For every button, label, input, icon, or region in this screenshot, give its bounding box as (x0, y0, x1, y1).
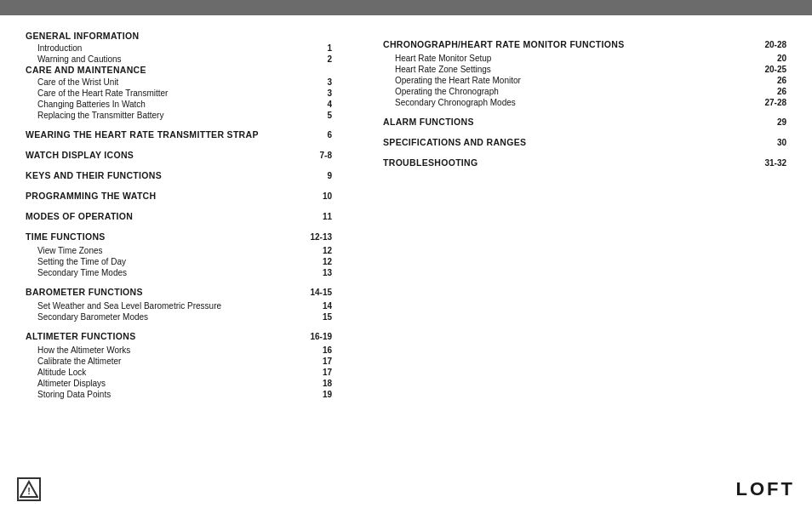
section-header-alarm-functions: ALARM FUNCTIONS (383, 117, 474, 127)
toc-row-altimeter-functions-2: Altitude Lock17 (26, 367, 332, 378)
section-header-specifications: SPECIFICATIONS AND RANGES (383, 137, 526, 147)
toc-label: Set Weather and Sea Level Barometric Pre… (37, 301, 306, 311)
toc-row-chronograph-heart-2: Operating the Heart Rate Monitor26 (383, 75, 786, 86)
toc-label: Secondary Chronograph Modes (395, 98, 761, 107)
toc-label: Care of the Wrist Unit (37, 77, 306, 87)
toc-page: 20-25 (761, 65, 786, 74)
toc-label: Introduction (37, 43, 306, 53)
toc-page: 3 (306, 88, 332, 98)
toc-label: Heart Rate Zone Settings (395, 65, 761, 74)
toc-row-altimeter-functions-1: Calibrate the Altimeter17 (26, 356, 332, 367)
section-header-modes-operation: MODES OF OPERATION (26, 211, 133, 221)
section-row-keys-functions: KEYS AND THEIR FUNCTIONS9 (26, 170, 332, 182)
toc-row-chronograph-heart-3: Operating the Chronograph26 (383, 86, 786, 97)
section-header-care-maintenance: CARE AND MAINTENANCE (26, 65, 332, 75)
toc-page: 27-28 (761, 98, 786, 107)
toc-row-care-maintenance-2: Changing Batteries In Watch4 (26, 99, 332, 110)
section-row-time-functions: TIME FUNCTIONS12-13 (26, 231, 332, 243)
section-row-programming: PROGRAMMING THE WATCH10 (26, 191, 332, 203)
toc-page: 15 (306, 312, 332, 322)
section-header-chronograph-heart: CHRONOGRAPH/HEART RATE MONITOR FUNCTIONS (383, 39, 624, 49)
section-row-specifications: SPECIFICATIONS AND RANGES30 (383, 137, 786, 149)
section-header-troubleshooting: TROUBLESHOOTING (383, 157, 477, 168)
toc-section-time-functions: TIME FUNCTIONS12-13View Time Zones12Sett… (26, 231, 332, 278)
toc-label: Storing Data Points (37, 390, 306, 399)
toc-row-care-maintenance-3: Replacing the Transmitter Battery5 (26, 110, 332, 121)
toc-section-barometer-functions: BAROMETER FUNCTIONS14-15Set Weather and … (26, 287, 332, 322)
toc-row-chronograph-heart-0: Heart Rate Monitor Setup20 (383, 53, 786, 64)
section-row-chronograph-heart: CHRONOGRAPH/HEART RATE MONITOR FUNCTIONS… (383, 39, 786, 51)
toc-label: Changing Batteries In Watch (37, 100, 306, 109)
section-header-watch-display: WATCH DISPLAY ICONS (26, 150, 134, 160)
toc-row-time-functions-0: View Time Zones12 (26, 245, 332, 256)
section-page-programming: 10 (323, 191, 332, 201)
section-page-alarm-functions: 29 (777, 117, 786, 127)
warning-icon: ! (17, 477, 41, 501)
section-page-altimeter-functions: 16-19 (310, 332, 332, 341)
top-bar (0, 0, 812, 15)
toc-page: 1 (306, 43, 332, 53)
toc-row-time-functions-2: Secondary Time Modes13 (26, 267, 332, 278)
toc-row-altimeter-functions-0: How the Altimeter Works16 (26, 345, 332, 356)
section-row-troubleshooting: TROUBLESHOOTING31-32 (383, 157, 786, 169)
toc-section-wearing-strap: WEARING THE HEART RATE TRANSMITTER STRAP… (26, 129, 332, 141)
toc-page: 12 (306, 246, 332, 255)
section-row-alarm-functions: ALARM FUNCTIONS29 (383, 117, 786, 128)
section-row-modes-operation: MODES OF OPERATION11 (26, 211, 332, 223)
toc-page: 3 (306, 77, 332, 87)
section-header-barometer-functions: BAROMETER FUNCTIONS (26, 287, 143, 297)
section-row-wearing-strap: WEARING THE HEART RATE TRANSMITTER STRAP… (26, 129, 332, 141)
section-row-watch-display: WATCH DISPLAY ICONS7-8 (26, 150, 332, 162)
section-header-programming: PROGRAMMING THE WATCH (26, 191, 156, 201)
toc-label: How the Altimeter Works (37, 345, 306, 355)
toc-label: Secondary Time Modes (37, 268, 306, 277)
toc-label: Care of the Heart Rate Transmitter (37, 88, 306, 98)
toc-section-watch-display: WATCH DISPLAY ICONS7-8 (26, 150, 332, 162)
section-header-altimeter-functions: ALTIMETER FUNCTIONS (26, 331, 135, 341)
toc-page: 12 (306, 257, 332, 266)
section-row-barometer-functions: BAROMETER FUNCTIONS14-15 (26, 287, 332, 299)
toc-row-general-information-0: Introduction1 (26, 43, 332, 54)
toc-section-care-maintenance: CARE AND MAINTENANCECare of the Wrist Un… (26, 65, 332, 121)
toc-page: 19 (306, 390, 332, 399)
left-column: GENERAL INFORMATIONIntroduction1Warning … (26, 31, 332, 400)
toc-section-programming: PROGRAMMING THE WATCH10 (26, 191, 332, 203)
toc-section-specifications: SPECIFICATIONS AND RANGES30 (383, 137, 786, 149)
toc-label: Warning and Cautions (37, 54, 306, 64)
section-page-chronograph-heart: 20-28 (764, 40, 786, 49)
section-page-modes-operation: 11 (323, 212, 332, 221)
section-row-altimeter-functions: ALTIMETER FUNCTIONS16-19 (26, 331, 332, 343)
section-page-watch-display: 7-8 (320, 151, 332, 160)
toc-label: Operating the Heart Rate Monitor (395, 76, 761, 85)
toc-page: 4 (306, 100, 332, 109)
toc-row-chronograph-heart-1: Heart Rate Zone Settings20-25 (383, 64, 786, 75)
section-page-barometer-functions: 14-15 (310, 288, 332, 297)
footer: ! LOFT (0, 477, 812, 501)
section-page-specifications: 30 (777, 138, 786, 147)
section-page-time-functions: 12-13 (310, 232, 332, 242)
right-column: CHRONOGRAPH/HEART RATE MONITOR FUNCTIONS… (332, 31, 786, 400)
toc-label: Setting the Time of Day (37, 257, 306, 266)
toc-row-barometer-functions-1: Secondary Barometer Modes15 (26, 311, 332, 322)
toc-section-alarm-functions: ALARM FUNCTIONS29 (383, 117, 786, 128)
toc-page: 5 (306, 111, 332, 120)
svg-text:!: ! (27, 486, 31, 496)
loft-logo: LOFT (736, 478, 795, 500)
toc-page: 14 (306, 301, 332, 311)
toc-page: 26 (761, 87, 786, 96)
toc-section-modes-operation: MODES OF OPERATION11 (26, 211, 332, 223)
section-header-wearing-strap: WEARING THE HEART RATE TRANSMITTER STRAP (26, 129, 259, 140)
toc-page: 17 (306, 368, 332, 377)
toc-label: Replacing the Transmitter Battery (37, 111, 306, 120)
section-header-general-information: GENERAL INFORMATION (26, 31, 332, 41)
toc-row-time-functions-1: Setting the Time of Day12 (26, 256, 332, 267)
section-header-time-functions: TIME FUNCTIONS (26, 231, 106, 242)
toc-row-barometer-functions-0: Set Weather and Sea Level Barometric Pre… (26, 300, 332, 311)
toc-page: 16 (306, 345, 332, 355)
toc-section-troubleshooting: TROUBLESHOOTING31-32 (383, 157, 786, 169)
toc-label: Calibrate the Altimeter (37, 357, 306, 366)
toc-page: 20 (761, 54, 786, 63)
toc-label: Operating the Chronograph (395, 87, 761, 96)
toc-row-care-maintenance-0: Care of the Wrist Unit3 (26, 77, 332, 88)
toc-page: 13 (306, 268, 332, 277)
